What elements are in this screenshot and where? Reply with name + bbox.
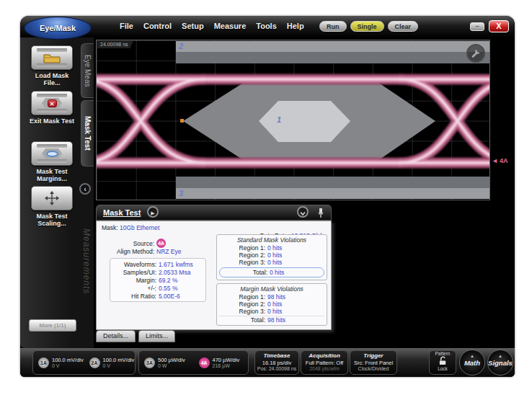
open-lock-icon xyxy=(438,356,448,365)
violation-row: Region 2: 0 hits xyxy=(219,252,324,259)
mask-value-link[interactable]: 10Gb Ethernet xyxy=(120,224,159,231)
total-highlight-box: Total: 0 hits xyxy=(219,267,324,277)
source-row: Source: 4A xyxy=(98,239,213,247)
violation-row: Region 1: 98 hits xyxy=(219,293,324,301)
align-method-row: Align Method: NRZ Eye xyxy=(98,247,213,255)
trigger-panel[interactable]: Trigger Src: Front Panel Clock/Divided xyxy=(350,350,397,375)
mask-test-margins-button[interactable]: Mask Test Margins... xyxy=(27,141,77,182)
details-button[interactable]: Details... xyxy=(96,330,136,342)
pin-panel-button[interactable] xyxy=(316,208,325,218)
violation-row: Region 3: 0 hits xyxy=(219,259,324,266)
stat-row: Hit Ratio: 5.00E-6 xyxy=(110,292,205,300)
channel-marker: ◄ 4A xyxy=(492,157,507,164)
mask-test-panel-body: Mask: 10Gb Ethernet Data Rate: 10.313 Gb… xyxy=(96,221,332,330)
channel-4a-button[interactable]: 4A 470 µW/div 218 µW xyxy=(194,357,249,368)
menu-item-control[interactable]: Control xyxy=(143,22,172,30)
clear-button[interactable]: Clear xyxy=(388,21,419,32)
panel-title: Mask Test xyxy=(103,208,141,217)
menu-item-help[interactable]: Help xyxy=(287,22,304,30)
tab-mask-test[interactable]: Mask Test xyxy=(81,100,94,166)
timebase-panel[interactable]: Timebase 16.18 ps/div Pos: 24.00098 ns xyxy=(254,350,299,375)
load-mask-file-button[interactable]: Load Mask File... xyxy=(27,45,77,86)
collapse-sidebar-button[interactable]: ‹ xyxy=(79,183,91,195)
violation-row: Region 3: 0 hits xyxy=(219,308,324,315)
align-method-value[interactable]: NRZ Eye xyxy=(156,248,181,255)
waveform-display[interactable]: 24.00098 ns 2 3 1 xyxy=(96,40,490,200)
collapse-panel-button[interactable] xyxy=(297,206,309,218)
source-channel-badge[interactable]: 4A xyxy=(156,239,166,248)
folder-glyph xyxy=(43,53,61,63)
menu-item-measure[interactable]: Measure xyxy=(214,22,247,30)
chevron-down-icon xyxy=(298,209,307,218)
mask-selection: Mask: 10Gb Ethernet xyxy=(102,224,159,231)
channel-1a-button[interactable]: 1A 100.0 mV/div 0 V xyxy=(33,357,84,368)
exit-icon: ✕ xyxy=(31,91,73,115)
scaling-arrows-icon xyxy=(31,186,73,210)
total-row: Total: 0 hits xyxy=(221,269,322,276)
mask-label: Mask: xyxy=(102,224,118,231)
channel-4a-badge: 4A xyxy=(199,357,210,368)
standard-violations-box: Standard Mask Violations Region 1: 0 hit… xyxy=(216,234,327,280)
stat-row: Margin: 69.2 % xyxy=(110,276,205,284)
run-measurement-button[interactable]: ▶ xyxy=(147,206,159,218)
eye-diagram-svg xyxy=(97,40,490,200)
stat-row: +/-: 0.55 % xyxy=(110,284,205,292)
acquisition-panel[interactable]: Acquisition Full Pattern: Off 2048 pts/w… xyxy=(301,350,348,375)
exit-mask-test-button[interactable]: ✕ Exit Mask Test xyxy=(27,91,77,125)
main-display-area: 24.00098 ns 2 3 1 xyxy=(94,37,515,348)
math-button[interactable]: ▲ Math xyxy=(459,350,485,375)
close-button[interactable]: X xyxy=(489,20,509,32)
single-button[interactable]: Single xyxy=(350,21,384,32)
channel-group-electrical: 1A 100.0 mV/div 0 V 2A 100.0 mV/div 0 V xyxy=(32,350,136,375)
menu-item-setup[interactable]: Setup xyxy=(182,22,204,30)
menu-item-file[interactable]: File xyxy=(120,22,133,30)
sidebar: Load Mask File... ✕ Exit Mask Test Mask … xyxy=(20,37,94,348)
stat-row: Samples/UI: 2.0533 Msa xyxy=(110,268,205,276)
menu-item-tools[interactable]: Tools xyxy=(256,22,277,30)
four-way-arrows-glyph xyxy=(43,190,61,206)
violation-row: Region 2: 0 hits xyxy=(219,301,324,308)
pattern-lock-button[interactable]: Pattern Lock xyxy=(429,350,456,375)
statistics-box: Waveforms: 1.671 kwfms Samples/UI: 2.053… xyxy=(110,258,206,302)
channel-3a-button[interactable]: 3A 500 µW/div 0 W xyxy=(139,357,194,368)
wrench-icon xyxy=(471,48,481,58)
margins-icon xyxy=(31,141,73,166)
measurements-vertical-label: Measurements xyxy=(81,228,92,340)
channel-1a-badge: 1A xyxy=(38,357,49,368)
eye-mask-mode-button[interactable]: Eye/Mask xyxy=(24,17,92,40)
minimize-button[interactable]: – xyxy=(470,22,484,31)
limits-button[interactable]: Limits... xyxy=(138,330,175,342)
status-bar: 1A 100.0 mV/div 0 V 2A 100.0 mV/div 0 V … xyxy=(20,348,515,377)
up-arrow-icon: ▲ xyxy=(488,353,513,359)
mask-test-panel-header: Mask Test ▶ xyxy=(96,205,332,221)
total-row: Total: 98 hits xyxy=(219,316,324,323)
mask-test-scaling-button[interactable]: Mask Test Scaling... xyxy=(27,186,77,227)
up-arrow-icon: ▲ xyxy=(460,353,484,359)
more-pages-button[interactable]: More (1/1) xyxy=(29,319,76,332)
pin-icon xyxy=(316,208,325,218)
tab-eye-meas[interactable]: Eye Meas xyxy=(81,43,94,98)
channel-group-optical: 3A 500 µW/div 0 W 4A 470 µW/div 218 µW xyxy=(138,350,249,375)
measurement-settings-column: Source: 4A Align Method: NRZ Eye Wavefor… xyxy=(98,239,213,302)
violations-column: Standard Mask Violations Region 1: 0 hit… xyxy=(216,234,327,329)
panel-bottom-tabs: Details... Limits... xyxy=(96,330,175,342)
margin-violations-box: Margin Mask Violations Region 1: 98 hits… xyxy=(216,283,327,326)
signals-button[interactable]: ▲ Signals xyxy=(487,350,513,375)
menu-bar: File Control Setup Measure Tools Help xyxy=(120,22,304,30)
folder-icon xyxy=(31,45,73,70)
screenshot-page: File Control Setup Measure Tools Help Ru… xyxy=(0,0,532,418)
stat-row: Waveforms: 1.671 kwfms xyxy=(110,260,205,268)
channel-3a-badge: 3A xyxy=(144,357,155,368)
run-controls: Run Single Clear xyxy=(319,21,418,32)
display-setup-button[interactable] xyxy=(466,44,485,63)
timebase-position-chip: 24.00098 ns xyxy=(97,40,134,48)
play-icon: ▶ xyxy=(151,210,154,215)
app-window: File Control Setup Measure Tools Help Ru… xyxy=(20,16,515,377)
title-bar: File Control Setup Measure Tools Help Ru… xyxy=(20,16,515,37)
channel-2a-button[interactable]: 2A 100.0 mV/div 0 V xyxy=(84,357,136,368)
marker-arrow-icon: ◄ xyxy=(492,157,498,164)
run-button[interactable]: Run xyxy=(319,21,347,32)
violation-row: Region 1: 0 hits xyxy=(219,244,324,252)
channel-2a-badge: 2A xyxy=(89,357,100,368)
